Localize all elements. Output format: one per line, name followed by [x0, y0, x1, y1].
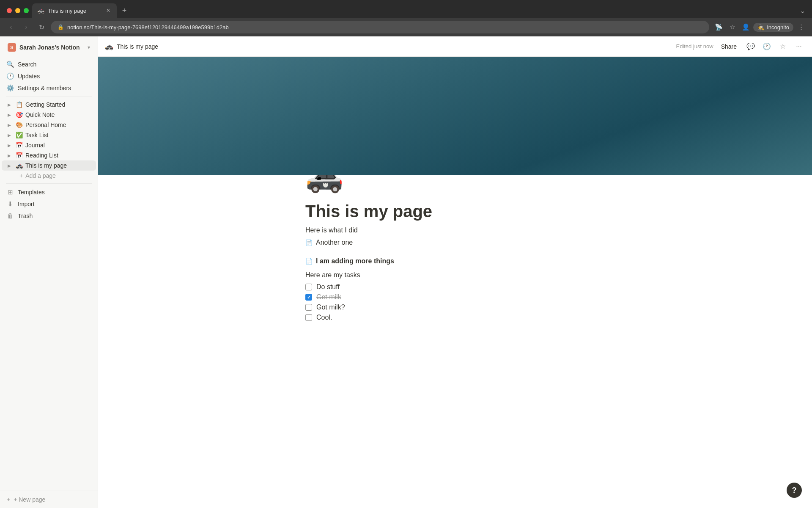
topbar-actions: Edited just now Share 💬 🕐 ☆ ··· [676, 40, 805, 53]
sidebar: S Sarah Jonas's Notion ▾ 🔍 Search 🕐 Upda… [0, 36, 98, 508]
sidebar-add-page[interactable]: + Add a page [2, 171, 96, 181]
app: S Sarah Jonas's Notion ▾ 🔍 Search 🕐 Upda… [0, 36, 812, 508]
sidebar-divider-1 [6, 97, 92, 97]
sidebar-item-import[interactable]: ⬇ Import [2, 198, 96, 210]
history-button[interactable]: 🕐 [760, 40, 773, 53]
minimize-window-button[interactable] [15, 8, 20, 13]
cover-image [98, 57, 812, 175]
tab-favicon: 🚓 [37, 7, 44, 14]
incognito-label: Incognito [767, 24, 789, 30]
page-label-personal-home: Personal Home [25, 121, 92, 128]
topbar-page-title: This is my page [117, 43, 158, 50]
comment-button[interactable]: 💬 [744, 40, 757, 53]
sidebar-page-getting-started[interactable]: ▶ 📋 Getting Started [2, 99, 96, 110]
workspace-name: Sarah Jonas's Notion [19, 44, 84, 51]
page-label-getting-started: Getting Started [25, 101, 92, 108]
traffic-lights [3, 8, 32, 13]
tab-close-button[interactable]: × [105, 7, 112, 14]
nav-actions: 📡 ☆ 👤 🕵 Incognito ⋮ [713, 21, 807, 33]
search-icon: 🔍 [6, 61, 14, 68]
todo-checkbox-get-milk[interactable] [305, 294, 312, 301]
cast-button[interactable]: 📡 [713, 21, 724, 33]
sidebar-trash-label: Trash [18, 213, 92, 219]
todo-label-cool: Cool. [316, 314, 332, 321]
expand-icon[interactable]: ▶ [6, 111, 13, 118]
sidebar-page-journal[interactable]: ▶ 📅 Journal [2, 140, 96, 150]
sidebar-page-quick-note[interactable]: ▶ 🎯 Quick Note [2, 110, 96, 120]
todo-checkbox-do-stuff[interactable] [305, 284, 312, 290]
todo-checkbox-cool[interactable] [305, 314, 312, 321]
page-title: This is my page [305, 201, 605, 221]
expand-icon[interactable]: ▶ [6, 152, 13, 159]
page-text-2: Here are my tasks [305, 270, 605, 281]
edited-text: Edited just now [676, 43, 713, 50]
subpage-link-1[interactable]: 📄 Another one [305, 237, 605, 248]
sidebar-page-reading-list[interactable]: ▶ 📅 Reading List [2, 150, 96, 160]
sidebar-item-updates[interactable]: 🕐 Updates [2, 70, 96, 82]
page-body: 🚓 This is my page Here is what I did 📄 A… [265, 158, 645, 407]
bookmark-button[interactable]: ☆ [726, 21, 738, 33]
page-icon-reading-list: 📅 [15, 152, 23, 159]
page-icon-quick-note: 🎯 [15, 111, 23, 118]
expand-icon[interactable]: ▶ [6, 132, 13, 138]
page-text-1: Here is what I did [305, 225, 605, 236]
new-tab-button[interactable]: + [118, 5, 130, 17]
refresh-button[interactable]: ↻ [36, 21, 47, 33]
sidebar-item-templates[interactable]: ⊞ Templates [2, 186, 96, 198]
close-window-button[interactable] [7, 8, 12, 13]
subpage-link-2[interactable]: 📄 I am adding more things [305, 256, 605, 266]
page-label-task-list: Task List [25, 132, 92, 138]
updates-icon: 🕐 [6, 72, 14, 80]
sidebar-page-personal-home[interactable]: ▶ 🎨 Personal Home [2, 120, 96, 130]
page-icon-this-is-my-page: 🚓 [15, 162, 23, 169]
workspace-chevron-icon: ▾ [88, 44, 90, 50]
expand-icon[interactable]: ▶ [6, 142, 13, 149]
sidebar-pages: ▶ 📋 Getting Started ▶ 🎯 Quick Note ▶ 🎨 P… [0, 99, 98, 181]
templates-icon: ⊞ [6, 188, 14, 196]
menu-button[interactable]: ⋮ [795, 21, 807, 33]
new-page-button[interactable]: + + New page [2, 493, 96, 506]
page-icon-journal: 📅 [15, 142, 23, 149]
profile-button[interactable]: 👤 [740, 21, 752, 33]
maximize-window-button[interactable] [24, 8, 29, 13]
page-content: 🚓 This is my page Here is what I did 📄 A… [98, 57, 812, 508]
sidebar-settings-label: Settings & members [18, 85, 92, 91]
sidebar-item-settings[interactable]: ⚙️ Settings & members [2, 82, 96, 94]
lock-icon: 🔒 [58, 24, 64, 30]
forward-button[interactable]: › [20, 21, 32, 33]
todo-label-do-stuff: Do stuff [316, 283, 340, 291]
expand-icon[interactable]: ▶ [6, 101, 13, 108]
new-page-label: + New page [14, 496, 45, 503]
topbar-page-icon: 🚓 [105, 42, 113, 50]
sidebar-page-this-is-my-page[interactable]: ▶ 🚓 This is my page [2, 160, 96, 171]
todo-list: Do stuff Get milk Got milk? Cool. [305, 282, 605, 323]
tab-bar: 🚓 This is my page × + ⌄ [0, 0, 812, 18]
incognito-icon: 🕵 [757, 24, 764, 30]
sidebar-search-label: Search [18, 61, 92, 68]
help-button[interactable]: ? [787, 483, 802, 498]
subpage-label-1: Another one [316, 239, 353, 246]
page-icon-task-list: ✅ [15, 132, 23, 138]
sidebar-item-trash[interactable]: 🗑 Trash [2, 210, 96, 221]
more-options-button[interactable]: ··· [793, 40, 805, 53]
sidebar-bottom-links: ⊞ Templates ⬇ Import 🗑 Trash [0, 186, 98, 221]
active-tab[interactable]: 🚓 This is my page × [32, 3, 117, 18]
sidebar-templates-label: Templates [18, 189, 92, 196]
favorite-button[interactable]: ☆ [776, 40, 789, 53]
incognito-button[interactable]: 🕵 Incognito [753, 23, 793, 32]
expand-icon[interactable]: ▶ [6, 162, 13, 169]
tab-more-button[interactable]: ⌄ [796, 5, 809, 17]
expand-icon[interactable]: ▶ [6, 121, 13, 128]
sidebar-item-search[interactable]: 🔍 Search [2, 58, 96, 70]
settings-icon: ⚙️ [6, 84, 14, 92]
workspace-header[interactable]: S Sarah Jonas's Notion ▾ [2, 38, 96, 57]
todo-item-do-stuff: Do stuff [305, 282, 605, 292]
tab-title: This is my page [48, 8, 102, 14]
back-button[interactable]: ‹ [5, 21, 17, 33]
sidebar-page-task-list[interactable]: ▶ ✅ Task List [2, 130, 96, 140]
share-button[interactable]: Share [717, 41, 741, 52]
page-icon-personal-home: 🎨 [15, 121, 23, 128]
address-bar[interactable]: 🔒 notion.so/This-is-my-page-7698ef120129… [51, 21, 709, 33]
address-text: notion.so/This-is-my-page-7698ef12012944… [67, 24, 702, 30]
todo-checkbox-got-milk[interactable] [305, 304, 312, 311]
